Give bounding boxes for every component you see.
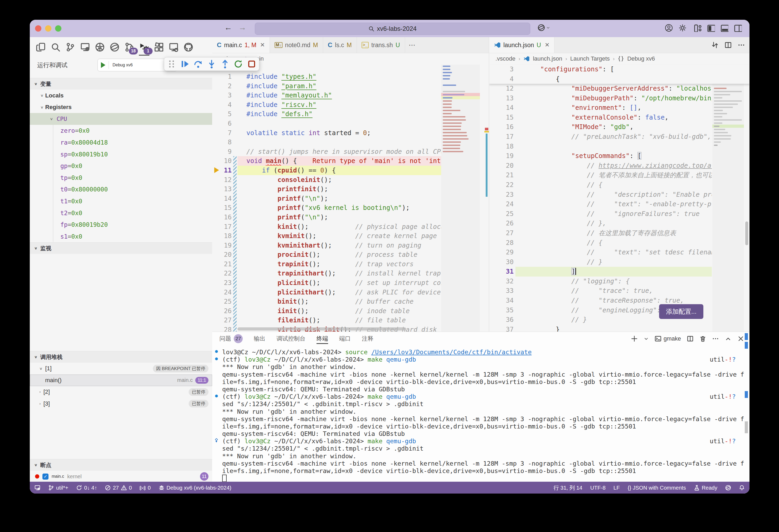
vertical-scrollbar[interactable] [745,221,748,245]
panel-tab-端口[interactable]: 端口 [339,332,351,345]
variables-item-registers[interactable]: ∨ Registers [30,102,223,113]
tab-launch.json[interactable]: launch.jsonU✕ [489,37,554,53]
tab-main.c[interactable]: Cmain.c1, M✕ [212,37,270,53]
panel-tab-终端[interactable]: 终端 [316,332,328,345]
account-button[interactable] [665,24,673,33]
crumb-item[interactable]: Debug xv6 [627,55,655,62]
panel-left-button[interactable] [707,24,715,33]
status-item-copilot[interactable] [725,485,731,491]
call-stack-row[interactable]: main()main.c11:1 [30,375,212,386]
activity-remote[interactable] [79,41,92,54]
activity-github[interactable] [182,41,195,54]
terminal-instance-gmake[interactable]: gmake [655,332,681,345]
variables-item-locals[interactable]: ∨ Locals [30,89,223,102]
start-debug-button[interactable] [101,62,105,68]
section-variables[interactable]: ∨变量 [30,78,212,89]
close-button[interactable] [35,25,41,31]
step-into-button[interactable] [207,59,217,69]
tab-overflow-button[interactable]: ⋯ [405,37,419,53]
activity-source-control[interactable] [64,41,77,54]
gear-button[interactable] [678,24,686,33]
call-stack-row[interactable]: ∨[1]因 BREAKPOINT 已暂停 [30,363,212,374]
command-dot-icon[interactable] [214,356,219,363]
code-area[interactable]: #include "types.h"#include "param.h"#inc… [237,72,441,332]
crumb-item[interactable]: launch.json [533,55,562,62]
status-item-0[interactable]: 0 [140,484,151,491]
trash-icon[interactable] [700,335,706,342]
register-row[interactable]: s1 = 0x0 [30,230,243,242]
panel-right-button[interactable] [734,24,742,33]
status-item--JSON-with-Comments[interactable]: {} JSON with Comments [628,484,686,491]
status-item-util*+[interactable]: util*+ [48,484,68,491]
panel-bottom-button[interactable] [720,24,728,33]
add-icon[interactable] [631,335,638,342]
command-diamond-icon[interactable] [214,438,219,445]
status-item[interactable] [35,485,40,491]
variables-item-cpu[interactable]: ∨ CPU [30,113,232,125]
swap-icon[interactable] [711,41,719,49]
nav-forward-button[interactable]: → [237,23,248,32]
tab-note0.md[interactable]: M↓note0.mdM [270,37,323,53]
copilot-menu-button[interactable] [538,24,550,31]
tab-close-icon[interactable]: ✕ [260,42,265,49]
status-item-0↓[interactable]: 0↓ 4↑ [76,484,97,491]
sticky-scroll[interactable]: 34 "configurations": [ { [489,65,750,84]
register-row[interactable]: t2 = 0x0 [30,207,243,219]
horizontal-scrollbar[interactable] [237,327,406,331]
tab-trans.sh[interactable]: >_trans.shU [357,37,405,53]
breakpoint-checkbox[interactable]: ✓ [43,473,49,480]
layout-button[interactable] [694,24,702,33]
more-icon[interactable] [712,335,719,342]
status-item--31-14[interactable]: 行 31, 列 14 [553,484,582,491]
call-stack-row[interactable]: ›[3]已暂停 [30,398,212,409]
register-row[interactable]: t1 = 0x0 [30,195,243,207]
register-row[interactable]: gp = 0x0 [30,160,243,172]
close-icon[interactable] [737,335,744,342]
split-icon[interactable] [687,335,694,342]
panel-tab-输出[interactable]: 输出 [254,332,265,345]
section-watch[interactable]: ∨监视 [30,242,212,254]
breakpoint-row[interactable]: ✓main.ckernel11 [30,471,212,482]
section-call-stack[interactable]: ∨调用堆栈 [30,351,212,363]
more-icon[interactable] [738,41,745,49]
status-item-bell[interactable] [739,485,745,491]
status-item-UTF-8[interactable]: UTF-8 [590,484,606,491]
crumb-item[interactable]: Launch Targets [570,55,610,62]
register-row[interactable]: zero = 0x0 [30,125,243,137]
register-row[interactable]: fp = 0x80019b20 [30,219,243,231]
continue-button[interactable] [180,59,190,69]
panel-tab-调试控制台[interactable]: 调试控制台 [277,332,305,345]
activity-extensions[interactable] [153,41,165,54]
activity-copilot[interactable] [108,41,121,54]
activity-search[interactable] [49,41,62,54]
minimize-button[interactable] [45,25,51,31]
section-breakpoints[interactable]: ∨断点 [30,459,212,471]
step-over-button[interactable] [193,59,203,69]
call-stack-row[interactable]: ›[2]已暂停 [30,386,212,398]
stop-button[interactable] [247,59,256,69]
split-icon[interactable] [724,41,732,49]
register-row[interactable]: tp = 0x0 [30,172,243,184]
activity-kubernetes[interactable] [94,41,106,54]
activity-debug[interactable]: 1 [138,41,151,54]
chevron-up-icon[interactable] [725,335,731,342]
command-dot-icon[interactable] [214,393,219,400]
nav-back-button[interactable]: ← [223,23,234,32]
activity-files[interactable] [35,41,47,54]
panel-tab-注释[interactable]: 注释 [362,332,373,345]
crumb-item[interactable]: .vscode [495,55,516,62]
status-item-Ready[interactable]: Ready [694,484,717,491]
tab-ls.c[interactable]: Cls.cM [323,37,357,53]
command-dot-icon[interactable] [214,348,219,356]
chevron-down-icon[interactable] [644,336,649,341]
register-row[interactable]: sp = 0x80019b10 [30,148,243,160]
tab-close-icon[interactable]: ✕ [545,42,549,49]
step-out-button[interactable] [220,59,230,69]
activity-graph[interactable]: 18 [123,41,136,54]
zoom-button[interactable] [55,25,61,31]
terminal[interactable]: lov3@Cz ~/D/C/l/x/xv6-labs-2024> source … [212,348,750,482]
terminal-scrollbar[interactable] [745,332,748,482]
minimap[interactable] [712,65,744,332]
status-item-LF[interactable]: LF [613,484,620,491]
panel-tab-问题[interactable]: 问题27 [220,332,243,345]
